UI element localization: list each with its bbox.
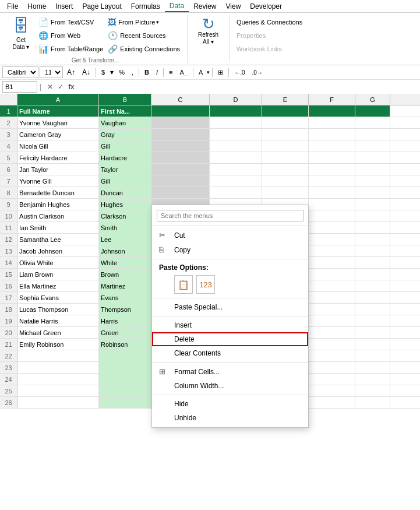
menu-view[interactable]: View bbox=[221, 1, 246, 12]
align-button[interactable]: ≡ bbox=[166, 66, 175, 78]
cell[interactable] bbox=[309, 304, 355, 315]
cell[interactable]: Bernadette Duncan bbox=[17, 187, 99, 198]
cell[interactable]: Smith bbox=[99, 222, 151, 233]
decrease-font-button[interactable]: A↓ bbox=[79, 66, 93, 78]
cell[interactable] bbox=[355, 280, 390, 291]
cell[interactable]: Natalie Harris bbox=[17, 315, 99, 326]
clear-contents-item[interactable]: Clear Contents bbox=[152, 346, 308, 360]
cell[interactable]: Evans bbox=[99, 292, 151, 303]
cell[interactable] bbox=[355, 199, 390, 210]
row-number[interactable]: 10 bbox=[0, 210, 17, 221]
dollar-button[interactable]: $ bbox=[98, 66, 108, 78]
cell[interactable] bbox=[355, 187, 390, 198]
menu-developer[interactable]: Developer bbox=[245, 1, 287, 12]
cell[interactable] bbox=[151, 129, 210, 140]
cell[interactable] bbox=[17, 397, 99, 408]
context-menu-search[interactable] bbox=[157, 210, 303, 221]
delete-menu-item[interactable]: Delete bbox=[152, 332, 308, 346]
cell[interactable] bbox=[262, 175, 309, 187]
cell[interactable] bbox=[309, 105, 355, 117]
cell[interactable] bbox=[151, 152, 210, 163]
cell[interactable] bbox=[210, 152, 262, 163]
cell[interactable] bbox=[309, 350, 355, 361]
paste-values-button[interactable]: 123 bbox=[196, 275, 215, 294]
cell[interactable]: Nicola Gill bbox=[17, 140, 99, 152]
refresh-all-button[interactable]: ↻ RefreshAll ▾ bbox=[195, 15, 222, 47]
name-box[interactable] bbox=[2, 81, 37, 93]
cell[interactable] bbox=[355, 350, 390, 361]
row-number[interactable]: 2 bbox=[0, 117, 17, 128]
row-number[interactable]: 9 bbox=[0, 199, 17, 210]
cell[interactable] bbox=[355, 374, 390, 385]
cell[interactable]: Ian Smith bbox=[17, 222, 99, 233]
cell[interactable] bbox=[262, 164, 309, 175]
menu-insert[interactable]: Insert bbox=[51, 1, 77, 12]
cell[interactable] bbox=[355, 397, 390, 408]
row-number[interactable]: 4 bbox=[0, 140, 17, 152]
cell[interactable]: Hardacre bbox=[99, 152, 151, 163]
cell[interactable] bbox=[355, 269, 390, 280]
italic-button[interactable]: I bbox=[153, 66, 161, 78]
cell[interactable]: Lee bbox=[99, 234, 151, 245]
cell[interactable] bbox=[210, 117, 262, 128]
cell[interactable]: Cameron Gray bbox=[17, 129, 99, 140]
cell[interactable]: Gill bbox=[99, 175, 151, 187]
increase-font-button[interactable]: A↑ bbox=[64, 66, 78, 78]
cell[interactable]: Johnson bbox=[99, 245, 151, 256]
row-number[interactable]: 6 bbox=[0, 164, 17, 175]
cell[interactable] bbox=[309, 374, 355, 385]
recent-sources-button[interactable]: 🕐 Recent Sources bbox=[105, 30, 182, 41]
cell[interactable]: Martinez bbox=[99, 280, 151, 291]
hide-item[interactable]: Hide bbox=[152, 397, 308, 411]
cell[interactable] bbox=[151, 175, 210, 187]
cell[interactable] bbox=[151, 187, 210, 198]
formula-input[interactable] bbox=[78, 82, 418, 92]
row-number[interactable]: 7 bbox=[0, 175, 17, 187]
cell[interactable] bbox=[151, 140, 210, 152]
cell[interactable]: Brown bbox=[99, 269, 151, 280]
cell[interactable] bbox=[210, 175, 262, 187]
cell[interactable] bbox=[309, 140, 355, 152]
cell[interactable] bbox=[355, 257, 390, 268]
cell[interactable] bbox=[355, 304, 390, 315]
cell[interactable] bbox=[309, 222, 355, 233]
cell[interactable] bbox=[262, 105, 309, 117]
cell[interactable] bbox=[309, 280, 355, 291]
cell[interactable]: Vaughan bbox=[99, 117, 151, 128]
cell[interactable]: Lucas Thompson bbox=[17, 304, 99, 315]
cell[interactable] bbox=[210, 105, 262, 117]
cell[interactable]: Gray bbox=[99, 129, 151, 140]
cell[interactable] bbox=[210, 129, 262, 140]
cut-menu-item[interactable]: ✂ Cut bbox=[152, 228, 308, 242]
cell[interactable]: Taylor bbox=[99, 164, 151, 175]
row-number[interactable]: 5 bbox=[0, 152, 17, 163]
from-web-button[interactable]: 🌐 From Web bbox=[36, 30, 105, 41]
row-number[interactable]: 13 bbox=[0, 245, 17, 256]
decrease-decimal[interactable]: .0→ bbox=[249, 66, 266, 78]
row-number[interactable]: 3 bbox=[0, 129, 17, 140]
cell[interactable] bbox=[309, 117, 355, 128]
cell[interactable] bbox=[99, 362, 151, 373]
cell[interactable] bbox=[355, 175, 390, 187]
cell[interactable] bbox=[151, 164, 210, 175]
cell[interactable]: Emily Robinson bbox=[17, 339, 99, 350]
cell[interactable]: Harris bbox=[99, 315, 151, 326]
cell[interactable] bbox=[355, 152, 390, 163]
col-header-c[interactable]: C bbox=[151, 94, 210, 105]
insert-function-icon[interactable]: fx bbox=[67, 82, 76, 92]
col-header-e[interactable]: E bbox=[262, 94, 309, 105]
cell[interactable] bbox=[309, 199, 355, 210]
cell[interactable]: Robinson bbox=[99, 339, 151, 350]
cell[interactable]: White bbox=[99, 257, 151, 268]
comma-button[interactable]: , bbox=[129, 66, 136, 78]
font-color-button[interactable]: A bbox=[196, 66, 206, 78]
cell[interactable] bbox=[151, 117, 210, 128]
row-number[interactable]: 12 bbox=[0, 234, 17, 245]
cell[interactable] bbox=[355, 117, 390, 128]
cell[interactable] bbox=[309, 164, 355, 175]
cell[interactable] bbox=[99, 385, 151, 396]
cell[interactable]: Gill bbox=[99, 140, 151, 152]
cell[interactable]: First Na... bbox=[99, 105, 151, 117]
row-number[interactable]: 24 bbox=[0, 374, 17, 385]
cell[interactable] bbox=[355, 164, 390, 175]
